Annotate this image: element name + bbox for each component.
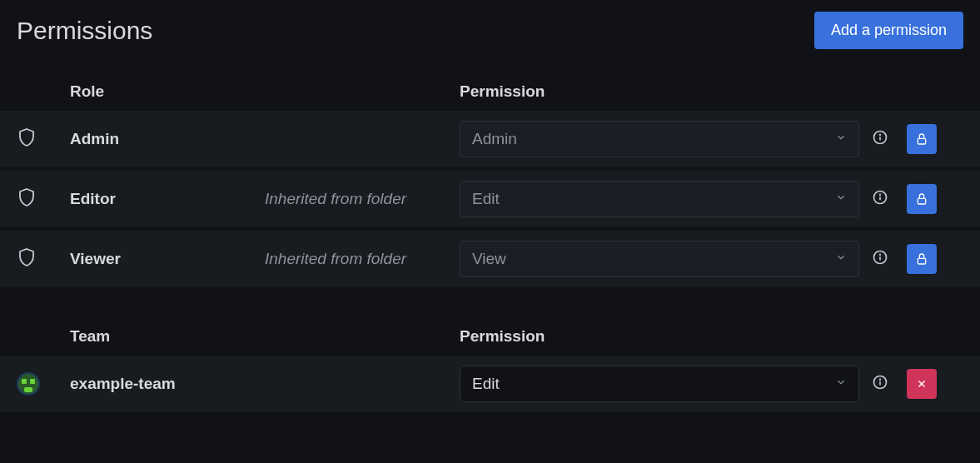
role-name: Editor xyxy=(70,190,116,207)
permission-select-value: Edit xyxy=(472,190,500,208)
svg-point-6 xyxy=(880,194,881,195)
chevron-down-icon xyxy=(835,251,847,266)
role-row: Editor Inherited from folder Edit xyxy=(0,171,980,227)
permission-select[interactable]: Admin xyxy=(460,121,859,157)
role-name: Admin xyxy=(70,130,119,147)
shield-icon xyxy=(17,247,37,271)
add-permission-button[interactable]: Add a permission xyxy=(814,12,963,49)
chevron-down-icon xyxy=(835,376,847,391)
svg-point-2 xyxy=(880,134,881,135)
role-row: Viewer Inherited from folder View xyxy=(0,231,980,287)
permission-select[interactable]: Edit xyxy=(460,181,859,217)
shield-icon xyxy=(17,127,37,151)
shield-icon xyxy=(17,187,37,211)
teams-section: Team Permission example-team Edit xyxy=(0,327,980,412)
permission-select-value: Edit xyxy=(472,375,500,393)
inherited-label: Inherited from folder xyxy=(265,250,406,267)
page-title: Permissions xyxy=(17,17,152,45)
permission-select[interactable]: View xyxy=(460,241,859,277)
column-header-permission: Permission xyxy=(460,327,859,346)
chevron-down-icon xyxy=(835,132,847,147)
chevron-down-icon xyxy=(835,192,847,207)
info-icon[interactable] xyxy=(872,189,888,209)
inherited-label: Inherited from folder xyxy=(265,190,406,207)
svg-point-10 xyxy=(880,254,881,255)
info-icon[interactable] xyxy=(872,374,888,394)
role-row: Admin Admin xyxy=(0,111,980,167)
column-header-permission: Permission xyxy=(460,82,859,101)
permission-select-value: Admin xyxy=(472,130,517,148)
team-row: example-team Edit xyxy=(0,356,980,412)
lock-button xyxy=(907,184,937,214)
lock-button xyxy=(907,124,937,154)
remove-button[interactable] xyxy=(907,369,937,399)
role-name: Viewer xyxy=(70,250,121,267)
column-header-team: Team xyxy=(70,327,265,346)
svg-rect-7 xyxy=(918,198,925,204)
column-header-role: Role xyxy=(70,82,265,101)
info-icon[interactable] xyxy=(872,129,888,149)
permission-select[interactable]: Edit xyxy=(460,366,859,402)
team-name: example-team xyxy=(70,375,176,392)
svg-rect-3 xyxy=(918,138,925,144)
info-icon[interactable] xyxy=(872,249,888,269)
lock-button xyxy=(907,244,937,274)
svg-rect-11 xyxy=(918,258,925,264)
roles-section: Role Permission Admin Admin Editor Inher… xyxy=(0,82,980,287)
permission-select-value: View xyxy=(472,250,506,268)
svg-point-14 xyxy=(880,379,881,380)
team-avatar xyxy=(17,372,40,396)
